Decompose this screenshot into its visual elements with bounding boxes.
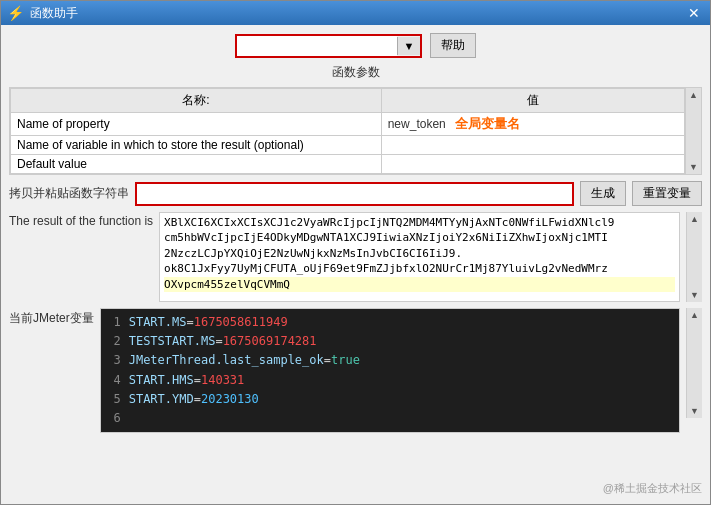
variables-box: 1 START.MS=1675058611949 2 TESTSTART.MS=… xyxy=(100,308,680,433)
param-value-2 xyxy=(381,136,684,155)
params-table-wrapper: 名称: 值 Name of property new_token 全局变量名 N… xyxy=(9,87,702,175)
var-text-3: JMeterThread.last_sample_ok=true xyxy=(129,351,360,370)
title-bar: ⚡ 函数助手 ✕ xyxy=(1,1,710,25)
help-button[interactable]: 帮助 xyxy=(430,33,476,58)
var-line-5: 5 START.YMD=20230130 xyxy=(107,390,673,409)
param-name-1: Name of property xyxy=(11,113,382,136)
title-text: 函数助手 xyxy=(30,5,78,22)
scroll-down-arrow[interactable]: ▼ xyxy=(686,160,701,174)
var-scroll-track xyxy=(687,322,702,404)
formula-row: 拷贝并粘贴函数字符串 ${__property(new_token,,)} 生成… xyxy=(9,181,702,206)
result-scroll-up[interactable]: ▲ xyxy=(687,212,702,226)
var-text-5: START.YMD=20230130 xyxy=(129,390,259,409)
global-var-label: 全局变量名 xyxy=(455,116,520,131)
main-window: ⚡ 函数助手 ✕ property ▼ 帮助 函数参数 名称: 值 xyxy=(0,0,711,505)
result-scrollbar[interactable]: ▲ ▼ xyxy=(686,212,702,302)
params-table: 名称: 值 Name of property new_token 全局变量名 N… xyxy=(10,88,685,174)
result-section: The result of the function is XBlXCI6XCI… xyxy=(9,212,702,302)
function-select-wrapper: property ▼ xyxy=(235,34,423,58)
result-line-2: cm5hbWVcIjpcIjE4ODkyMDgwNTA1XCJ9IiwiaXNz… xyxy=(164,230,675,245)
var-num-4: 4 xyxy=(107,371,121,390)
col-header-name: 名称: xyxy=(11,89,382,113)
var-line-2: 2 TESTSTART.MS=1675069174281 xyxy=(107,332,673,351)
result-lines: XBlXCI6XCIxXCIsXCJ1c2VyaWRcIjpcIjNTQ2MDM… xyxy=(160,213,679,301)
formula-input[interactable]: ${__property(new_token,,)} xyxy=(137,184,572,204)
var-num-1: 1 xyxy=(107,313,121,332)
var-line-3: 3 JMeterThread.last_sample_ok=true xyxy=(107,351,673,370)
top-row: property ▼ 帮助 xyxy=(9,33,702,58)
result-text-box: XBlXCI6XCIxXCIsXCJ1c2VyaWRcIjpcIjNTQ2MDM… xyxy=(159,212,680,302)
result-line-5: OXvpcm455zelVqCVMmQ xyxy=(164,277,675,292)
result-scroll-track xyxy=(687,226,702,288)
variables-scrollbar[interactable]: ▲ ▼ xyxy=(686,308,702,418)
title-bar-left: ⚡ 函数助手 xyxy=(7,5,78,22)
result-label: The result of the function is xyxy=(9,212,153,228)
param-value-1: new_token 全局变量名 xyxy=(381,113,684,136)
result-scroll-down[interactable]: ▼ xyxy=(687,288,702,302)
var-line-1: 1 START.MS=1675058611949 xyxy=(107,313,673,332)
result-line-4: ok8C1JxFyy7UyMjCFUTA_oUjF69et9FmZJjbfxlO… xyxy=(164,261,675,276)
scroll-track xyxy=(686,102,701,160)
dropdown-button[interactable]: ▼ xyxy=(397,37,421,55)
generate-button[interactable]: 生成 xyxy=(580,181,626,206)
param-name-3: Default value xyxy=(11,155,382,174)
var-num-2: 2 xyxy=(107,332,121,351)
reset-button[interactable]: 重置变量 xyxy=(632,181,702,206)
table-scrollbar[interactable]: ▲ ▼ xyxy=(685,88,701,174)
table-row: Default value xyxy=(11,155,685,174)
var-num-6: 6 xyxy=(107,409,121,428)
table-row: Name of property new_token 全局变量名 xyxy=(11,113,685,136)
params-section-title: 函数参数 xyxy=(9,64,702,81)
function-input[interactable]: property xyxy=(237,36,397,56)
var-text-2: TESTSTART.MS=1675069174281 xyxy=(129,332,317,351)
param-value-text-1: new_token xyxy=(388,117,446,131)
var-num-3: 3 xyxy=(107,351,121,370)
result-line-1: XBlXCI6XCIxXCIsXCJ1c2VyaWRcIjpcIjNTQ2MDM… xyxy=(164,215,675,230)
col-header-value: 值 xyxy=(381,89,684,113)
scroll-up-arrow[interactable]: ▲ xyxy=(686,88,701,102)
var-text-4: START.HMS=140331 xyxy=(129,371,245,390)
formula-label: 拷贝并粘贴函数字符串 xyxy=(9,185,129,202)
variables-label: 当前JMeter变量 xyxy=(9,308,94,327)
close-button[interactable]: ✕ xyxy=(684,6,704,20)
table-row: Name of variable in which to store the r… xyxy=(11,136,685,155)
var-scroll-down[interactable]: ▼ xyxy=(687,404,702,418)
var-lines: 1 START.MS=1675058611949 2 TESTSTART.MS=… xyxy=(101,309,679,432)
param-name-2: Name of variable in which to store the r… xyxy=(11,136,382,155)
result-line-3: 2NzczLCJpYXQiOjE2NzUwNjkxNzMsInJvbCI6CI6… xyxy=(164,246,675,261)
app-icon: ⚡ xyxy=(7,5,24,21)
param-value-3 xyxy=(381,155,684,174)
var-scroll-up[interactable]: ▲ xyxy=(687,308,702,322)
formula-input-wrapper: ${__property(new_token,,)} xyxy=(135,182,574,206)
var-line-6: 6 xyxy=(107,409,673,428)
var-line-4: 4 START.HMS=140331 xyxy=(107,371,673,390)
var-text-1: START.MS=1675058611949 xyxy=(129,313,288,332)
content-area: property ▼ 帮助 函数参数 名称: 值 Name of propert… xyxy=(1,25,710,504)
variables-section: 当前JMeter变量 1 START.MS=1675058611949 2 TE… xyxy=(9,308,702,496)
var-num-5: 5 xyxy=(107,390,121,409)
